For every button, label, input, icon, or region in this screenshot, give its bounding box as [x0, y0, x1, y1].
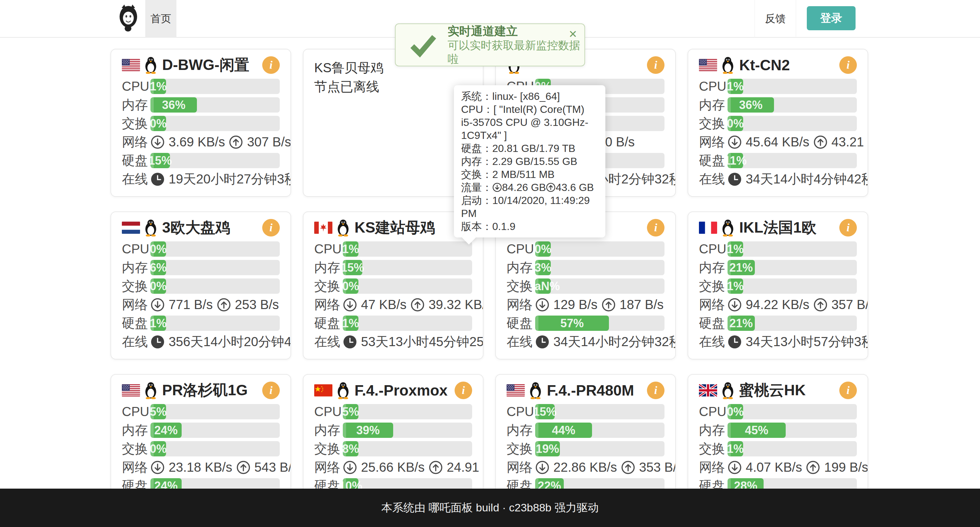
tooltip-row: 硬盘：20.81 GB/1.79 TB — [461, 142, 598, 155]
download-speed: 25.66 KB/s — [361, 460, 425, 474]
info-icon[interactable]: i — [262, 382, 280, 399]
memory-label: 内存 — [122, 421, 150, 439]
swap-label: 交换 — [507, 277, 535, 295]
footer-text: 本系统由 哪吒面板 build · c23b88b 强力驱动 — [382, 500, 599, 515]
download-speed: 94.22 KB/s — [746, 297, 810, 312]
offline-status: 节点已离线 — [314, 79, 472, 94]
clock-icon — [727, 335, 742, 349]
swap-row: 交换 19% — [507, 441, 665, 457]
online-row: 在线 34天14小时2分钟32秒 — [507, 334, 665, 350]
memory-bar: 36% — [150, 97, 280, 113]
cpu-row: CPU 1% — [314, 241, 472, 257]
linux-tux-icon — [336, 219, 351, 236]
info-icon[interactable]: i — [455, 382, 472, 399]
info-icon[interactable]: i — [647, 56, 665, 74]
info-icon[interactable]: i — [647, 382, 665, 399]
download-speed: 3.69 KB/s — [169, 135, 225, 149]
disk-label: 硬盘 — [122, 314, 150, 332]
server-name: PR洛杉矶1G — [162, 380, 262, 401]
cpu-bar: 0% — [727, 404, 857, 419]
tooltip-row: 内存：2.29 GB/15.55 GB — [461, 155, 598, 168]
memory-row: 内存 36% — [122, 97, 280, 113]
cpu-bar: 0% — [535, 241, 665, 257]
server-name: F.4.-Proxmox — [355, 382, 455, 399]
disk-percent: 1% — [150, 316, 167, 330]
server-name: 3欧大盘鸡 — [162, 218, 262, 238]
memory-row: 内存 45% — [699, 423, 857, 438]
swap-percent: 1% — [727, 442, 744, 456]
cpu-bar: 15% — [535, 404, 665, 419]
close-icon[interactable]: ✕ — [569, 28, 578, 40]
swap-percent: 8% — [343, 442, 359, 456]
arrow-circle-down-icon — [150, 460, 165, 474]
cpu-bar: 1% — [727, 241, 857, 257]
clock-icon — [343, 335, 357, 349]
cpu-bar: 5% — [150, 404, 280, 419]
network-stats: 129 B/s 187 B/s — [535, 297, 663, 312]
country-flag-icon — [699, 59, 717, 72]
arrow-circle-up-icon — [546, 182, 556, 193]
nav-tab-home[interactable]: 首页 — [145, 0, 177, 38]
cpu-percent: 15% — [535, 405, 557, 419]
online-row: 在线 53天13小时45分钟25秒 — [314, 334, 472, 350]
disk-row: 硬盘 1% — [314, 316, 472, 331]
network-label: 网络 — [699, 133, 727, 151]
memory-row: 内存 6% — [122, 260, 280, 275]
arrow-circle-down-icon — [535, 298, 549, 312]
network-label: 网络 — [122, 133, 150, 151]
cpu-row: CPU 5% — [314, 404, 472, 419]
disk-bar: 11% — [727, 153, 857, 168]
download-speed: 129 B/s — [554, 297, 598, 312]
memory-bar: 36% — [727, 97, 857, 113]
download-speed: 47 KB/s — [361, 297, 406, 312]
online-duration: 34天14小时2分钟32秒 — [554, 333, 676, 351]
online-label: 在线 — [507, 333, 535, 351]
memory-percent: 44% — [552, 423, 576, 437]
info-icon[interactable]: i — [839, 56, 857, 74]
swap-row: 交换 0% — [122, 116, 280, 131]
linux-tux-icon — [528, 382, 543, 399]
swap-percent: 1% — [727, 279, 744, 293]
info-icon[interactable]: i — [262, 56, 280, 74]
swap-row: 交换 NaN% — [507, 278, 665, 294]
site-logo[interactable] — [119, 5, 137, 32]
memory-row: 内存 21% — [699, 260, 857, 275]
swap-label: 交换 — [314, 277, 343, 295]
tooltip-row: 流量：84.26 GB43.6 GB — [461, 181, 598, 194]
linux-tux-icon — [721, 219, 735, 236]
nav-tab-feedback[interactable]: 反馈 — [754, 0, 796, 38]
arrow-circle-up-icon — [813, 298, 827, 312]
arrow-circle-up-icon — [236, 460, 251, 474]
arrow-circle-down-icon — [150, 298, 165, 312]
swap-percent: 19% — [536, 442, 559, 456]
swap-percent: 0% — [150, 117, 167, 131]
cpu-row: CPU 0% — [122, 241, 280, 257]
linux-tux-icon — [721, 382, 735, 399]
success-check-icon — [408, 30, 438, 60]
network-label: 网络 — [122, 296, 150, 314]
disk-bar: 1% — [343, 316, 472, 331]
info-icon[interactable]: i — [839, 382, 857, 399]
upload-speed: 187 B/s — [620, 297, 664, 312]
online-duration: 53天13小时45分钟25秒 — [361, 333, 484, 351]
arrow-circle-down-icon — [343, 298, 357, 312]
arrow-circle-down-icon — [727, 135, 742, 149]
country-flag-icon — [122, 221, 140, 234]
cpu-label: CPU — [699, 79, 727, 94]
server-name: F.4.-PR480M — [547, 382, 647, 399]
memory-row: 内存 15% — [314, 260, 472, 275]
login-button[interactable]: 登录 — [807, 6, 856, 30]
info-icon[interactable]: i — [262, 219, 280, 236]
info-icon[interactable]: i — [839, 219, 857, 236]
disk-label: 硬盘 — [314, 314, 343, 332]
swap-bar: 8% — [343, 441, 472, 457]
info-icon[interactable]: i — [647, 219, 665, 236]
tooltip-row: 启动：10/14/2020, 11:49:29 PM — [461, 194, 598, 220]
cpu-label: CPU — [699, 404, 727, 419]
memory-percent: 21% — [729, 261, 753, 275]
online-row: 在线 34天14小时4分钟42秒 — [699, 171, 857, 187]
online-duration: 356天14小时20分钟40秒 — [169, 333, 291, 351]
swap-label: 交换 — [699, 277, 727, 295]
online-label: 在线 — [314, 333, 343, 351]
download-speed: 23.18 KB/s — [169, 460, 232, 474]
